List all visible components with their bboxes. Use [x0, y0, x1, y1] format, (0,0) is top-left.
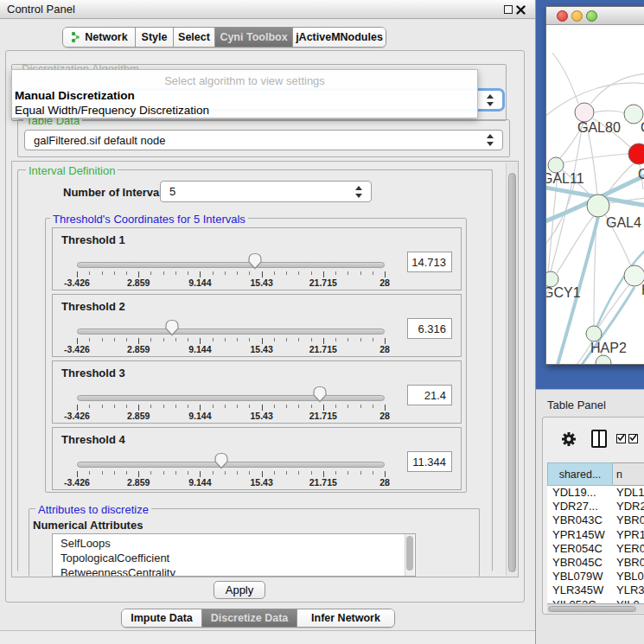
tab-network[interactable]: Network: [63, 28, 136, 47]
table-cell-shared-name: YPR145W: [552, 528, 605, 541]
close-icon[interactable]: [516, 5, 526, 15]
network-node-gal80[interactable]: [575, 103, 594, 122]
slider-tick: [114, 471, 115, 475]
algorithm-popup-item[interactable]: Manual Discretization: [15, 89, 135, 102]
slider-tick: [298, 405, 299, 408]
app-root: { "window": { "title": "Control Panel" }…: [0, 0, 644, 644]
tab-discretize-data[interactable]: Discretize Data: [202, 609, 297, 627]
combo-arrows-icon: [487, 94, 494, 106]
vertical-scrollbar-thumb[interactable]: [508, 173, 516, 572]
threshold-slider-thumb[interactable]: [247, 252, 263, 270]
threshold-value-field[interactable]: 6.316: [407, 318, 452, 339]
slider-tick: [102, 405, 103, 408]
slider-tick: [249, 405, 250, 408]
tab-infer-network[interactable]: Infer Network: [297, 609, 394, 627]
apply-button[interactable]: Apply: [214, 581, 265, 599]
network-node-c[interactable]: [628, 143, 644, 164]
threshold-label: Threshold 2: [61, 300, 125, 313]
slider-tick-label: 15.43: [250, 344, 272, 354]
column-layout-icon[interactable]: [591, 430, 607, 448]
slider-tick: [126, 338, 127, 341]
threshold-slider-thumb[interactable]: [312, 386, 328, 403]
threshold-slider-thumb[interactable]: [214, 452, 229, 469]
table-cell-shared-name: YDL19...: [552, 486, 596, 499]
table-row[interactable]: YDL19...YDL1: [547, 486, 644, 501]
table-row[interactable]: YDR27...YDR2: [547, 500, 644, 514]
slider-tick: [138, 471, 139, 477]
network-node-gal4[interactable]: [587, 194, 609, 217]
table-horizontal-scrollbar-thumb[interactable]: [548, 606, 636, 612]
slider-tick: [385, 338, 386, 344]
maximize-traffic-light[interactable]: [586, 10, 597, 22]
slider-tick: [150, 338, 151, 341]
slider-tick: [138, 338, 139, 344]
network-graph[interactable]: GAL80GACGAL11GAL4GCY1HHAP2: [546, 25, 644, 365]
table-column-header-shared[interactable]: shared...: [547, 462, 613, 486]
gear-icon[interactable]: [560, 430, 577, 448]
threshold-value-field[interactable]: 21.4: [407, 385, 452, 405]
table-rows[interactable]: YDL19...YDL1YDR27...YDR2YBR043CYBR0YPR14…: [547, 486, 644, 603]
threshold-label: Threshold 4: [61, 433, 125, 446]
table-cell-name: YBL0: [616, 570, 644, 583]
table-cell-shared-name: YBR043C: [552, 513, 603, 526]
threshold-slider-thumb[interactable]: [164, 319, 180, 336]
tab-label: Style: [142, 31, 168, 43]
slider-tick-label: -3.426: [64, 411, 90, 421]
checkbox-icon-2[interactable]: [628, 434, 638, 443]
tab-select[interactable]: Select: [174, 28, 215, 47]
tab-style[interactable]: Style: [136, 28, 174, 47]
threshold-slider-track[interactable]: [77, 462, 385, 468]
slider-tick: [286, 338, 287, 341]
table-row[interactable]: YLR345WYLR3: [547, 583, 644, 598]
network-icon: [70, 31, 81, 43]
list-scrollbar[interactable]: [405, 534, 414, 576]
threshold-slider-track[interactable]: [77, 262, 385, 268]
list-scrollbar-thumb[interactable]: [406, 536, 413, 571]
tab-label: Network: [85, 31, 127, 43]
network-node[interactable]: [596, 355, 611, 365]
numerical-attributes-list[interactable]: SelfLoopsTopologicalCoefficientBetweenne…: [52, 533, 416, 577]
float-panel-icon[interactable]: [504, 5, 513, 14]
vertical-scrollbar[interactable]: [506, 163, 517, 576]
table-row[interactable]: YBL079WYBL0: [547, 570, 644, 584]
minimize-traffic-light[interactable]: [571, 10, 583, 22]
number-of-intervals-combo[interactable]: 5: [160, 181, 372, 202]
table-row[interactable]: YPR145WYPR1: [547, 528, 644, 543]
attribute-list-item[interactable]: SelfLoops: [61, 537, 111, 550]
slider-tick: [114, 405, 115, 408]
tab-jactivemnodules[interactable]: jActiveMNodules: [293, 28, 386, 47]
attribute-list-item[interactable]: TopologicalCoefficient: [61, 552, 169, 564]
slider-tick: [237, 405, 238, 408]
table-cell-name: YPR1: [616, 528, 644, 541]
slider-tick: [200, 405, 201, 411]
threshold-value-field[interactable]: 14.713: [407, 252, 452, 272]
threshold-slider-track[interactable]: [77, 395, 385, 401]
status-strip: [0, 630, 536, 644]
numerical-attributes-label: Numerical Attributes: [33, 519, 143, 532]
network-view-window[interactable]: GAL80GACGAL11GAL4GCY1HHAP2: [545, 6, 644, 365]
slider-tick: [77, 405, 78, 411]
attribute-list-item[interactable]: BetweennessCentrality: [61, 566, 175, 577]
table-data-combo[interactable]: galFiltered.sif default node: [24, 130, 503, 150]
tab-impute-data[interactable]: Impute Data: [122, 609, 202, 627]
network-node-hap2[interactable]: [586, 326, 602, 341]
table-row[interactable]: YBR045CYBR0: [547, 556, 644, 571]
table-row[interactable]: YBR043CYBR0: [547, 513, 644, 528]
table-row[interactable]: YER054CYER0: [547, 542, 644, 557]
network-node-label: HAP2: [590, 341, 627, 355]
slider-tick: [225, 271, 226, 275]
threshold-slider-track[interactable]: [77, 328, 385, 335]
tab-label: Cyni Toolbox: [220, 31, 287, 43]
slider-tick: [373, 271, 373, 275]
tab-cyni-toolbox[interactable]: Cyni Toolbox: [215, 28, 293, 47]
table-column-header-name[interactable]: n: [613, 462, 644, 486]
slider-tick-label: 15.43: [250, 411, 272, 421]
table-horizontal-scrollbar[interactable]: [547, 603, 644, 613]
checkbox-icon-1[interactable]: [616, 434, 626, 443]
close-traffic-light[interactable]: [557, 10, 568, 22]
slider-tick: [89, 471, 90, 475]
slider-tick-label: 28: [379, 277, 390, 288]
tab-label: Infer Network: [311, 612, 380, 624]
threshold-value-field[interactable]: 11.344: [407, 451, 452, 472]
algorithm-popup-item[interactable]: Equal Width/Frequency Discretization: [15, 104, 209, 117]
